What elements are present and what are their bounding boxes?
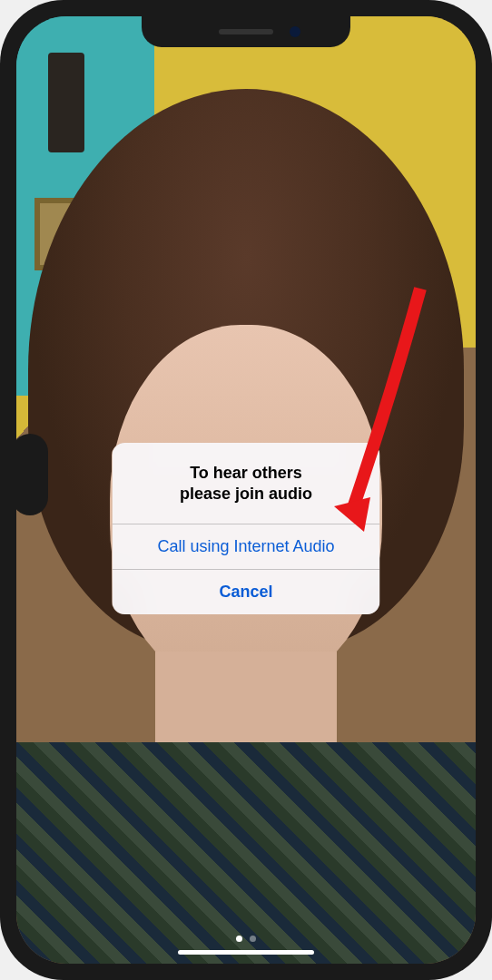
- page-indicator: [236, 936, 256, 942]
- front-camera: [290, 26, 300, 37]
- page-dot-2: [250, 936, 256, 942]
- earpiece-speaker: [219, 29, 273, 34]
- alert-title: To hear others please join audio: [113, 443, 380, 524]
- alert-title-line1: To hear others: [190, 464, 302, 482]
- phone-screen: To hear others please join audio Call us…: [16, 16, 476, 964]
- page-dot-1: [236, 936, 242, 942]
- person-shirt: [16, 742, 476, 964]
- call-internet-audio-button[interactable]: Call using Internet Audio: [113, 524, 380, 569]
- primary-action-label: Call using Internet Audio: [157, 537, 334, 555]
- cancel-action-label: Cancel: [219, 583, 272, 601]
- join-audio-alert: To hear others please join audio Call us…: [113, 443, 380, 614]
- alert-title-line2: please join audio: [180, 485, 312, 503]
- home-indicator-bar[interactable]: [178, 950, 314, 955]
- headphone-left: [16, 434, 48, 515]
- cancel-button[interactable]: Cancel: [113, 569, 380, 614]
- phone-device-frame: To hear others please join audio Call us…: [0, 0, 492, 980]
- phone-notch: [142, 16, 350, 47]
